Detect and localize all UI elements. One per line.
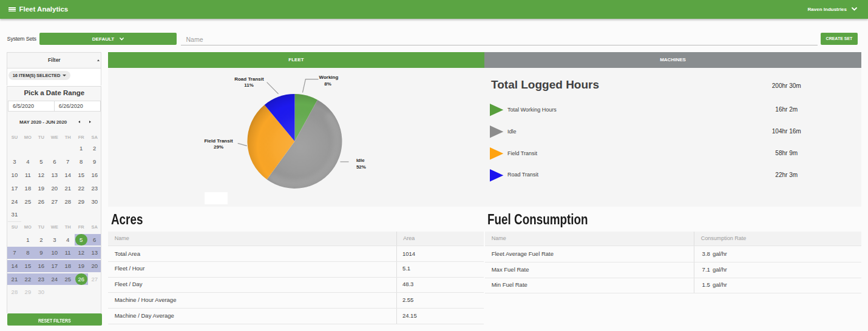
svg-text:Road Transit: Road Transit bbox=[234, 76, 264, 82]
svg-text:Working: Working bbox=[319, 75, 338, 80]
svg-text:52%: 52% bbox=[356, 164, 366, 170]
svg-text:Idle: Idle bbox=[356, 158, 365, 163]
svg-text:8%: 8% bbox=[324, 81, 331, 87]
svg-text:Field Transit: Field Transit bbox=[204, 138, 232, 144]
svg-text:11%: 11% bbox=[244, 82, 254, 88]
svg-text:29%: 29% bbox=[214, 144, 223, 150]
